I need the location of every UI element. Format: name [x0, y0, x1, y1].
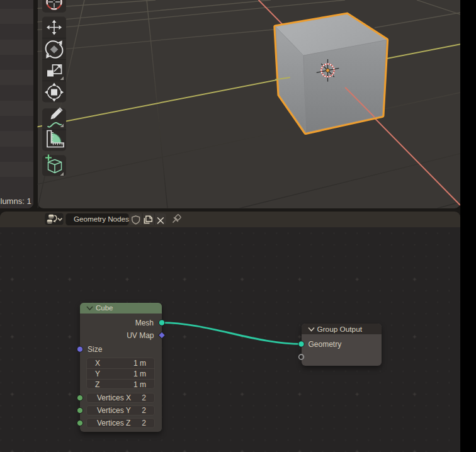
svg-text:Geometry Nodes: Geometry Nodes	[74, 215, 129, 223]
